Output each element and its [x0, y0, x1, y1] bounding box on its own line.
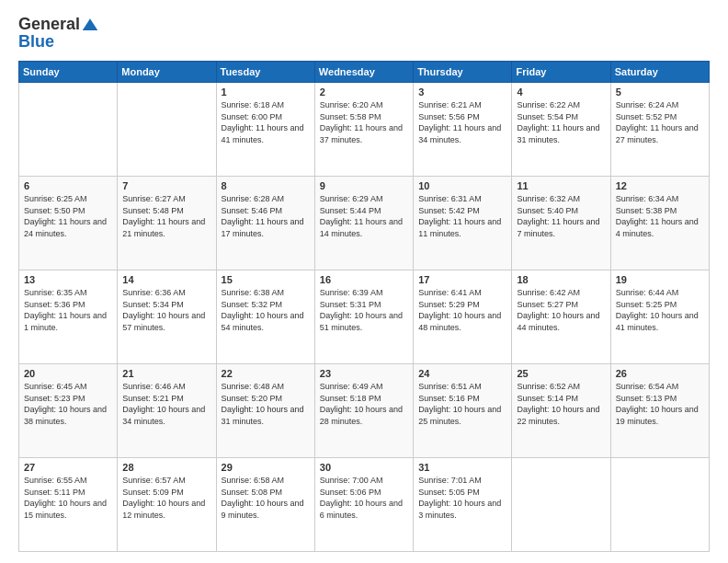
calendar-cell: 24Sunrise: 6:51 AM Sunset: 5:16 PM Dayli…	[414, 364, 512, 458]
day-number: 15	[222, 274, 310, 285]
day-info: Sunrise: 6:28 AM Sunset: 5:46 PM Dayligh…	[222, 193, 310, 239]
calendar-cell: 10Sunrise: 6:31 AM Sunset: 5:42 PM Dayli…	[414, 177, 512, 270]
calendar-cell: 7Sunrise: 6:27 AM Sunset: 5:48 PM Daylig…	[118, 177, 216, 270]
day-number: 5	[616, 86, 704, 98]
day-number: 13	[24, 274, 112, 285]
calendar-header-tuesday: Tuesday	[216, 62, 314, 83]
day-info: Sunrise: 6:57 AM Sunset: 5:09 PM Dayligh…	[122, 475, 210, 521]
day-info: Sunrise: 6:49 AM Sunset: 5:18 PM Dayligh…	[320, 381, 408, 427]
calendar-cell: 15Sunrise: 6:38 AM Sunset: 5:32 PM Dayli…	[216, 270, 314, 364]
calendar-cell: 17Sunrise: 6:41 AM Sunset: 5:29 PM Dayli…	[414, 270, 512, 364]
day-info: Sunrise: 6:29 AM Sunset: 5:44 PM Dayligh…	[320, 193, 408, 239]
header: General Blue	[18, 15, 710, 52]
day-number: 12	[616, 180, 704, 191]
calendar-cell: 5Sunrise: 6:24 AM Sunset: 5:52 PM Daylig…	[610, 83, 709, 177]
day-info: Sunrise: 6:45 AM Sunset: 5:23 PM Dayligh…	[24, 381, 112, 427]
day-info: Sunrise: 6:20 AM Sunset: 5:58 PM Dayligh…	[320, 99, 408, 145]
calendar-cell: 18Sunrise: 6:42 AM Sunset: 5:27 PM Dayli…	[512, 270, 610, 364]
day-number: 14	[122, 274, 210, 285]
calendar-cell: 1Sunrise: 6:18 AM Sunset: 6:00 PM Daylig…	[216, 83, 314, 177]
day-info: Sunrise: 6:34 AM Sunset: 5:38 PM Dayligh…	[616, 193, 704, 239]
day-number: 29	[222, 462, 310, 473]
calendar-cell: 22Sunrise: 6:48 AM Sunset: 5:20 PM Dayli…	[216, 364, 314, 458]
calendar-cell: 6Sunrise: 6:25 AM Sunset: 5:50 PM Daylig…	[19, 177, 118, 270]
day-info: Sunrise: 6:51 AM Sunset: 5:16 PM Dayligh…	[418, 381, 506, 427]
day-number: 1	[222, 86, 310, 98]
day-number: 20	[24, 368, 112, 379]
calendar-week-3: 13Sunrise: 6:35 AM Sunset: 5:36 PM Dayli…	[19, 270, 710, 364]
day-number: 25	[517, 368, 605, 379]
day-number: 11	[517, 180, 605, 191]
day-number: 10	[418, 180, 506, 191]
day-info: Sunrise: 6:21 AM Sunset: 5:56 PM Dayligh…	[418, 99, 506, 145]
calendar-cell: 8Sunrise: 6:28 AM Sunset: 5:46 PM Daylig…	[216, 177, 314, 270]
day-info: Sunrise: 6:18 AM Sunset: 6:00 PM Dayligh…	[222, 99, 310, 145]
day-number: 27	[24, 462, 112, 473]
svg-marker-0	[83, 18, 98, 30]
day-number: 28	[122, 462, 210, 473]
calendar-cell: 13Sunrise: 6:35 AM Sunset: 5:36 PM Dayli…	[19, 270, 118, 364]
calendar-header-friday: Friday	[512, 62, 610, 83]
day-number: 8	[222, 180, 310, 191]
day-info: Sunrise: 6:27 AM Sunset: 5:48 PM Dayligh…	[122, 193, 210, 239]
day-info: Sunrise: 7:01 AM Sunset: 5:05 PM Dayligh…	[418, 475, 506, 521]
day-info: Sunrise: 6:58 AM Sunset: 5:08 PM Dayligh…	[222, 475, 310, 521]
calendar-cell: 23Sunrise: 6:49 AM Sunset: 5:18 PM Dayli…	[314, 364, 413, 458]
day-info: Sunrise: 6:54 AM Sunset: 5:13 PM Dayligh…	[616, 381, 704, 427]
day-info: Sunrise: 6:46 AM Sunset: 5:21 PM Dayligh…	[122, 381, 210, 427]
logo-icon	[82, 17, 98, 33]
page: General Blue SundayMondayTuesdayWednesda…	[0, 0, 728, 563]
day-number: 17	[418, 274, 506, 285]
day-number: 26	[616, 368, 704, 379]
day-number: 7	[122, 180, 210, 191]
calendar-header-row: SundayMondayTuesdayWednesdayThursdayFrid…	[19, 62, 710, 83]
day-info: Sunrise: 6:42 AM Sunset: 5:27 PM Dayligh…	[517, 287, 605, 333]
calendar-header-thursday: Thursday	[414, 62, 512, 83]
day-number: 24	[418, 368, 506, 379]
calendar-header-sunday: Sunday	[19, 62, 118, 83]
day-info: Sunrise: 7:00 AM Sunset: 5:06 PM Dayligh…	[320, 475, 408, 521]
day-number: 23	[320, 368, 408, 379]
day-info: Sunrise: 6:35 AM Sunset: 5:36 PM Dayligh…	[24, 287, 112, 333]
logo-general: General	[18, 15, 80, 34]
calendar-header-wednesday: Wednesday	[314, 62, 413, 83]
calendar-cell: 11Sunrise: 6:32 AM Sunset: 5:40 PM Dayli…	[512, 177, 610, 270]
day-number: 30	[320, 462, 408, 473]
calendar-cell: 12Sunrise: 6:34 AM Sunset: 5:38 PM Dayli…	[610, 177, 709, 270]
calendar-cell: 14Sunrise: 6:36 AM Sunset: 5:34 PM Dayli…	[118, 270, 216, 364]
day-info: Sunrise: 6:38 AM Sunset: 5:32 PM Dayligh…	[222, 287, 310, 333]
day-info: Sunrise: 6:32 AM Sunset: 5:40 PM Dayligh…	[517, 193, 605, 239]
day-info: Sunrise: 6:39 AM Sunset: 5:31 PM Dayligh…	[320, 287, 408, 333]
calendar-cell: 30Sunrise: 7:00 AM Sunset: 5:06 PM Dayli…	[314, 458, 413, 552]
logo: General Blue	[18, 15, 98, 52]
calendar-header-monday: Monday	[118, 62, 216, 83]
day-number: 6	[24, 180, 112, 191]
calendar-cell: 29Sunrise: 6:58 AM Sunset: 5:08 PM Dayli…	[216, 458, 314, 552]
day-info: Sunrise: 6:36 AM Sunset: 5:34 PM Dayligh…	[122, 287, 210, 333]
day-number: 18	[517, 274, 605, 285]
day-info: Sunrise: 6:25 AM Sunset: 5:50 PM Dayligh…	[24, 193, 112, 239]
calendar-cell: 28Sunrise: 6:57 AM Sunset: 5:09 PM Dayli…	[118, 458, 216, 552]
day-info: Sunrise: 6:52 AM Sunset: 5:14 PM Dayligh…	[517, 381, 605, 427]
calendar-cell: 26Sunrise: 6:54 AM Sunset: 5:13 PM Dayli…	[610, 364, 709, 458]
calendar-cell: 4Sunrise: 6:22 AM Sunset: 5:54 PM Daylig…	[512, 83, 610, 177]
day-number: 31	[418, 462, 506, 473]
calendar-table: SundayMondayTuesdayWednesdayThursdayFrid…	[18, 61, 710, 552]
calendar-week-5: 27Sunrise: 6:55 AM Sunset: 5:11 PM Dayli…	[19, 458, 710, 552]
calendar-header-saturday: Saturday	[610, 62, 709, 83]
calendar-cell: 27Sunrise: 6:55 AM Sunset: 5:11 PM Dayli…	[19, 458, 118, 552]
day-number: 9	[320, 180, 408, 191]
calendar-cell	[118, 83, 216, 177]
day-number: 2	[320, 86, 408, 98]
calendar-cell: 25Sunrise: 6:52 AM Sunset: 5:14 PM Dayli…	[512, 364, 610, 458]
calendar-cell: 31Sunrise: 7:01 AM Sunset: 5:05 PM Dayli…	[414, 458, 512, 552]
calendar-week-4: 20Sunrise: 6:45 AM Sunset: 5:23 PM Dayli…	[19, 364, 710, 458]
calendar-cell: 20Sunrise: 6:45 AM Sunset: 5:23 PM Dayli…	[19, 364, 118, 458]
calendar-cell	[512, 458, 610, 552]
day-info: Sunrise: 6:55 AM Sunset: 5:11 PM Dayligh…	[24, 475, 112, 521]
day-info: Sunrise: 6:22 AM Sunset: 5:54 PM Dayligh…	[517, 99, 605, 145]
day-info: Sunrise: 6:41 AM Sunset: 5:29 PM Dayligh…	[418, 287, 506, 333]
calendar-cell	[610, 458, 709, 552]
day-number: 16	[320, 274, 408, 285]
day-info: Sunrise: 6:48 AM Sunset: 5:20 PM Dayligh…	[222, 381, 310, 427]
